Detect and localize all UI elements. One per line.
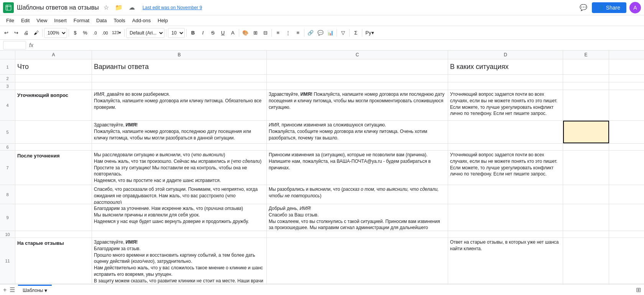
- cell-d1[interactable]: В каких ситуациях: [448, 59, 563, 74]
- number-format-button[interactable]: 123▾: [110, 28, 123, 38]
- row-num: 8: [0, 185, 15, 204]
- cell-e5[interactable]: [563, 121, 609, 143]
- col-header-c[interactable]: C: [267, 51, 448, 59]
- bottom-bar: + ☰ Шаблоны ▾ ⊞: [0, 284, 644, 295]
- formula-input[interactable]: [36, 41, 641, 49]
- borders-button[interactable]: ⊞: [251, 28, 260, 38]
- cell-b11[interactable]: Здравствуйте, ИМЯ!Благодарим за отзыв.Пр…: [92, 238, 267, 284]
- sheet-dropdown-icon[interactable]: ▾: [44, 287, 47, 293]
- underline-button[interactable]: U: [218, 28, 227, 38]
- strikethrough-button[interactable]: S: [208, 28, 217, 38]
- cell-a6: [15, 144, 92, 150]
- star-icon[interactable]: ☆: [102, 2, 110, 13]
- share-button[interactable]: 👤 Share: [592, 2, 626, 13]
- cell-c8[interactable]: Мы разобрались и выяснили, что (рассказ …: [267, 185, 448, 204]
- italic-button[interactable]: I: [198, 28, 207, 38]
- zoom-select[interactable]: 100%: [44, 28, 67, 38]
- cell-d2: [448, 75, 563, 82]
- undo-button[interactable]: ↩: [2, 28, 11, 38]
- align-left-button[interactable]: ≡: [273, 28, 283, 38]
- cell-a5: [15, 121, 92, 143]
- sep4: [166, 29, 166, 37]
- cell-d11[interactable]: Ответ на старые отзывы, в которых уже не…: [448, 238, 563, 284]
- merge-button[interactable]: ⊟: [261, 28, 270, 38]
- row-num: 4: [0, 90, 15, 120]
- folder-icon[interactable]: 📁: [113, 2, 124, 13]
- cell-b2: [92, 75, 267, 82]
- col-header-b[interactable]: B: [92, 51, 267, 59]
- add-sheet-button[interactable]: +: [3, 287, 7, 293]
- align-right-button[interactable]: ≡: [293, 28, 302, 38]
- text-color-button[interactable]: A: [228, 28, 237, 38]
- function-button[interactable]: Σ: [351, 28, 360, 38]
- app-icon: [3, 2, 14, 13]
- table-row: 4 Уточняющий вопрос ИМЯ, давайте во всем…: [0, 90, 644, 121]
- filter-button[interactable]: ▽: [338, 28, 348, 38]
- chart-button[interactable]: 📊: [326, 28, 335, 38]
- cell-a1[interactable]: Что: [15, 59, 92, 74]
- col-header-d[interactable]: D: [448, 51, 563, 59]
- menu-data[interactable]: Data: [93, 17, 110, 24]
- align-middle-button[interactable]: ⋮: [283, 28, 292, 38]
- top-bar: Шаблоны ответов на отзывы ☆ 📁 ☁ Last edi…: [0, 0, 644, 15]
- cell-c4[interactable]: Здравствуйте, ИМЯ! Пожалуйста, напишите …: [267, 90, 448, 120]
- menu-help[interactable]: Help: [154, 17, 171, 24]
- cell-d3: [448, 82, 563, 90]
- cell-d9: [448, 204, 563, 231]
- menu-addons[interactable]: Add-ons: [129, 17, 154, 24]
- cell-a11[interactable]: На старые отзывы: [15, 238, 92, 284]
- cell-b9[interactable]: Благодарим за уточнение. Нам искренне жа…: [92, 204, 267, 231]
- row-num: 10: [0, 231, 15, 238]
- cell-c7[interactable]: Приносим извинения за (ситуацию), которы…: [267, 151, 448, 185]
- macro-button[interactable]: Py▾: [364, 28, 375, 38]
- cell-b5[interactable]: Здравствуйте, ИМЯ!Пожалуйста, напишите н…: [92, 121, 267, 143]
- currency-button[interactable]: $: [71, 28, 80, 38]
- last-edit-link[interactable]: Last edit was on November 9: [143, 5, 202, 10]
- sep3: [124, 29, 125, 37]
- table-row: 10: [0, 231, 644, 238]
- menu-edit[interactable]: Edit: [18, 17, 33, 24]
- sheet-tab-label: Шаблоны: [23, 288, 43, 293]
- percent-button[interactable]: %: [80, 28, 90, 38]
- sheet-tab-shablony[interactable]: Шаблоны ▾: [18, 285, 52, 295]
- menu-insert[interactable]: Insert: [51, 17, 70, 24]
- cloud-icon[interactable]: ☁: [127, 2, 136, 13]
- avatar[interactable]: A: [629, 2, 641, 13]
- cell-d4[interactable]: Уточняющий вопрос задается почти во всех…: [448, 90, 563, 120]
- redo-button[interactable]: ↪: [12, 28, 21, 38]
- cell-d7[interactable]: Уточняющий вопрос задается почти во всех…: [448, 151, 563, 185]
- fill-color-button[interactable]: 🎨: [241, 28, 250, 38]
- cell-d5: [448, 121, 563, 143]
- explore-button[interactable]: ⊞: [636, 286, 641, 293]
- menu-tools[interactable]: Tools: [110, 17, 128, 24]
- menu-format[interactable]: Format: [71, 17, 92, 24]
- cell-a4[interactable]: Уточняющий вопрос: [15, 90, 92, 120]
- list-sheets-button[interactable]: ☰: [10, 286, 15, 293]
- chat-icon[interactable]: 💬: [578, 2, 589, 13]
- cell-e10: [563, 231, 609, 238]
- decimal2-button[interactable]: .00: [100, 28, 110, 38]
- col-header-e[interactable]: E: [563, 51, 609, 59]
- col-header-a[interactable]: A: [15, 51, 92, 59]
- font-family-select[interactable]: Default (Ari...: [126, 28, 164, 38]
- cell-a7[interactable]: После уточнения: [15, 151, 92, 185]
- decimal1-button[interactable]: .0: [90, 28, 100, 38]
- table-row: 7 После уточнения Мы расследовали ситуац…: [0, 151, 644, 185]
- paint-format-button[interactable]: 🖌: [31, 28, 41, 38]
- bold-button[interactable]: B: [188, 28, 197, 38]
- cell-b4[interactable]: ИМЯ, давайте во всем разберемся.Пожалуйс…: [92, 90, 267, 120]
- link-button[interactable]: 🔗: [306, 28, 315, 38]
- cell-c10: [267, 231, 448, 238]
- cell-b1[interactable]: Варианты ответа: [92, 59, 267, 74]
- menu-view[interactable]: View: [33, 17, 50, 24]
- cell-ref-input[interactable]: [3, 41, 26, 49]
- print-button[interactable]: 🖨: [21, 28, 31, 38]
- font-size-select[interactable]: 10: [168, 28, 185, 38]
- cell-b7[interactable]: Мы расследовали ситуацию и выяснили, что…: [92, 151, 267, 185]
- cell-c9[interactable]: Добрый день, ИМЯ!Спасибо за Ваш отзыв.Мы…: [267, 204, 448, 231]
- cell-b3: [92, 82, 267, 90]
- cell-c5[interactable]: ИМЯ, приносим извинения за сложившуюся с…: [267, 121, 448, 143]
- cell-b8[interactable]: Спасибо, что рассказали об этой ситуации…: [92, 185, 267, 204]
- menu-file[interactable]: File: [3, 17, 17, 24]
- comment-button[interactable]: 💬: [316, 28, 325, 38]
